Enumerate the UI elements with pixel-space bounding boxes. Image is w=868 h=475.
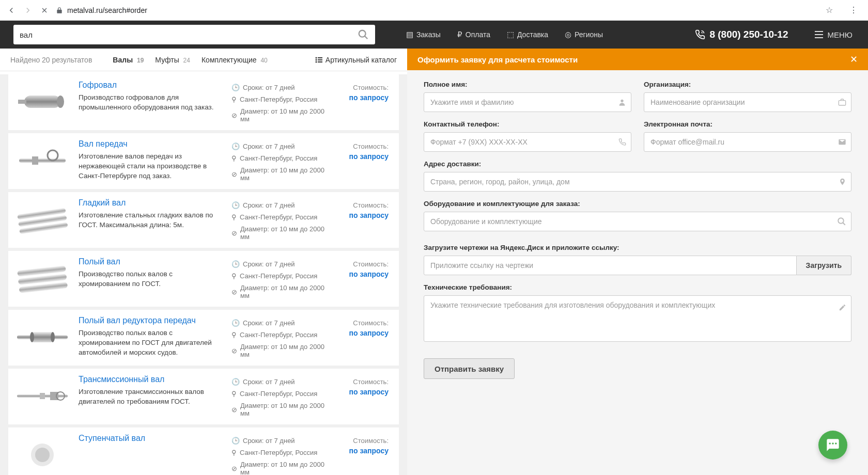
nav-label: Доставка <box>517 30 548 39</box>
product-title[interactable]: Ступенчатый вал <box>79 434 224 443</box>
bookmark-icon[interactable]: ☆ <box>826 5 833 15</box>
equipment-input[interactable] <box>424 212 851 231</box>
filter-tab[interactable]: Муфты 24 <box>155 56 190 64</box>
org-input[interactable] <box>644 92 851 112</box>
name-input[interactable] <box>424 92 631 112</box>
result-card: Ступенчатый вал🕒Сроки: от 7 дней⚲Санкт-П… <box>8 427 399 475</box>
price-link[interactable]: по запросу <box>337 93 389 102</box>
product-title[interactable]: Гладкий вал <box>79 198 224 208</box>
person-icon <box>618 98 626 106</box>
chat-button[interactable] <box>818 431 847 460</box>
delivery-icon: ⬚ <box>507 30 514 39</box>
upload-button[interactable]: Загрузить <box>797 256 851 275</box>
product-thumbnail <box>13 434 71 475</box>
product-title[interactable]: Вал передач <box>79 139 224 149</box>
product-description: Изготовление трансмиссионных валов двига… <box>79 387 218 407</box>
tab-count: 19 <box>137 57 144 64</box>
location-icon: ⚲ <box>231 390 237 398</box>
svg-point-31 <box>838 218 844 224</box>
svg-rect-2 <box>318 57 322 58</box>
location-icon: ⚲ <box>231 96 237 103</box>
phone-number[interactable]: 8 (800) 250-10-12 <box>695 29 788 40</box>
order-title: Оформить заявку для расчета стоимости <box>417 55 578 64</box>
product-price: Стоимость:по запросу <box>337 434 389 475</box>
svg-point-8 <box>57 96 64 108</box>
hamburger-icon <box>814 31 824 38</box>
tech-textarea[interactable] <box>424 295 851 342</box>
nav-payment[interactable]: ₽Оплата <box>457 30 490 39</box>
product-meta: 🕒Сроки: от 7 дней⚲Санкт-Петербург, Росси… <box>231 198 330 241</box>
site-header: ▤Заказы₽Оплата⬚Доставка◎Регионы 8 (800) … <box>0 21 868 49</box>
diameter-icon: ⊘ <box>231 347 237 355</box>
menu-button[interactable]: МЕНЮ <box>814 30 853 39</box>
nav-regions[interactable]: ◎Регионы <box>565 30 603 39</box>
clock-icon: 🕒 <box>231 378 240 386</box>
price-link[interactable]: по запросу <box>337 329 389 337</box>
price-link[interactable]: по запросу <box>337 388 389 396</box>
back-button[interactable] <box>6 5 17 15</box>
price-label: Стоимость: <box>337 378 389 386</box>
upload-input[interactable] <box>424 256 797 275</box>
nav-delivery[interactable]: ⬚Доставка <box>507 30 548 39</box>
clock-icon: 🕒 <box>231 142 240 150</box>
stop-button[interactable] <box>39 5 50 15</box>
nav-label: Регионы <box>575 30 603 39</box>
diameter-icon: ⊘ <box>231 465 237 472</box>
product-title[interactable]: Трансмиссионный вал <box>79 375 224 384</box>
org-label: Организация: <box>644 81 851 88</box>
svg-rect-9 <box>18 100 26 104</box>
svg-rect-4 <box>318 59 322 60</box>
svg-rect-20 <box>32 332 53 342</box>
product-price: Стоимость:по запросу <box>337 375 389 417</box>
filter-tab[interactable]: Валы 19 <box>113 56 144 64</box>
filter-tab[interactable]: Комплектующие 40 <box>202 56 268 64</box>
price-link[interactable]: по запросу <box>337 152 389 161</box>
clock-icon: 🕒 <box>231 260 240 268</box>
list-icon <box>315 57 322 63</box>
browser-menu-icon[interactable]: ⋮ <box>849 5 858 15</box>
diameter-icon: ⊘ <box>231 288 237 296</box>
submit-button[interactable]: Отправить заявку <box>424 358 515 379</box>
svg-rect-6 <box>318 61 322 62</box>
tab-count: 24 <box>183 57 190 64</box>
catalog-link[interactable]: Артикульный каталог <box>315 56 397 64</box>
clock-icon: 🕒 <box>231 319 240 327</box>
results-count: Найдено 20 результатов <box>10 56 92 64</box>
nav-label: Оплата <box>466 30 490 39</box>
close-icon[interactable]: ✕ <box>850 54 858 65</box>
price-label: Стоимость: <box>337 260 389 268</box>
product-description: Изготовление стальных гладких валов по Г… <box>79 211 218 230</box>
product-description: Производство полых валов с хромированием… <box>79 270 218 289</box>
nav-orders[interactable]: ▤Заказы <box>406 30 441 39</box>
product-price: Стоимость:по запросу <box>337 81 389 123</box>
product-title[interactable]: Полый вал редуктора передач <box>79 316 224 325</box>
product-meta: 🕒Сроки: от 7 дней⚲Санкт-Петербург, Росси… <box>231 257 330 299</box>
result-card: Трансмиссионный валИзготовление трансмис… <box>8 369 399 424</box>
svg-rect-30 <box>839 101 845 105</box>
product-meta: 🕒Сроки: от 7 дней⚲Санкт-Петербург, Росси… <box>231 434 330 475</box>
product-meta: 🕒Сроки: от 7 дней⚲Санкт-Петербург, Росси… <box>231 375 330 417</box>
product-thumbnail <box>13 316 71 358</box>
phone-text: 8 (800) 250-10-12 <box>709 29 788 40</box>
search-icon[interactable] <box>358 29 369 40</box>
search-input[interactable] <box>20 30 358 39</box>
svg-rect-25 <box>40 393 45 399</box>
search-results-panel: Найдено 20 результатов Валы 19Муфты 24Ко… <box>0 49 407 475</box>
product-description: Изготовление валов передач из нержавеюще… <box>79 152 218 181</box>
price-link[interactable]: по запросу <box>337 270 389 278</box>
product-price: Стоимость:по запросу <box>337 257 389 299</box>
phone-input[interactable] <box>424 132 631 152</box>
order-panel: Оформить заявку для расчета стоимости ✕ … <box>407 49 868 475</box>
clock-icon: 🕒 <box>231 201 240 209</box>
address-input[interactable] <box>424 172 851 192</box>
address-bar[interactable]: metalval.ru/search#order <box>56 6 819 14</box>
price-link[interactable]: по запросу <box>337 211 389 219</box>
product-title[interactable]: Полый вал <box>79 257 224 266</box>
product-title[interactable]: Гофровал <box>79 81 224 90</box>
envelope-icon <box>838 138 846 146</box>
forward-button[interactable] <box>23 5 33 15</box>
search-box[interactable] <box>13 25 375 44</box>
price-link[interactable]: по запросу <box>337 447 389 455</box>
email-input[interactable] <box>644 132 851 152</box>
address-label: Адрес доставки: <box>424 160 851 168</box>
